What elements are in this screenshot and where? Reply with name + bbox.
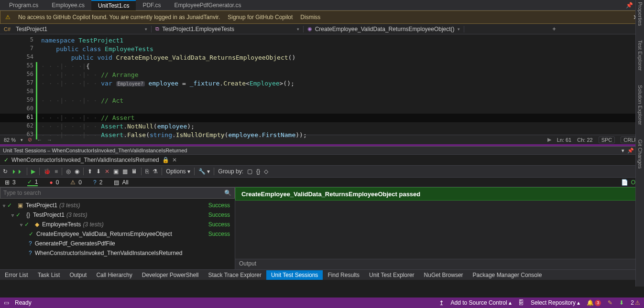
collapse-icon[interactable]: ▣ — [113, 168, 119, 175]
sessions-title: Unit Test Sessions – WhenConstructorIsIn… — [3, 148, 187, 153]
dock-panel[interactable]: Git Changes — [637, 139, 643, 169]
test-tree[interactable]: ▿✓▣TestProject1(3 tests)Success▿✓{}TestP… — [0, 199, 235, 269]
count-failed[interactable]: ●0 — [49, 179, 59, 186]
options-button[interactable]: Options ▾ — [166, 168, 190, 175]
file-tab[interactable]: UnitTest1.cs — [91, 0, 136, 11]
panel-tab[interactable]: Stack Trace Explorer — [204, 270, 266, 280]
sessions-header: Unit Test Sessions – WhenConstructorIsIn… — [0, 146, 644, 155]
file-tab[interactable]: Employee.cs — [45, 0, 91, 11]
test-tree-row[interactable]: ✓CreateEmployee_ValidData_ReturnsEmploye… — [0, 229, 235, 239]
sync-icon[interactable]: ⬇ — [619, 299, 624, 306]
groupby-ns-icon[interactable]: {} — [256, 168, 260, 175]
file-tab[interactable]: PDF.cs — [136, 0, 167, 11]
issues-icon[interactable]: 2 ⚠ — [631, 299, 640, 306]
panel-tab[interactable]: Find Results — [323, 270, 364, 280]
dismiss-link[interactable]: Dismiss — [300, 14, 320, 21]
count-passed[interactable]: ✓1 — [27, 179, 38, 186]
groupby-class-icon[interactable]: ◇ — [264, 168, 268, 175]
search-icon[interactable]: 🔍 — [224, 190, 231, 196]
file-tab[interactable]: EmployeePdfGenerator.cs — [167, 0, 248, 11]
import-icon[interactable]: ⬇ — [96, 168, 101, 175]
refresh-icon[interactable]: ↻ — [3, 168, 8, 175]
expand-icon[interactable]: ▦ — [122, 168, 128, 175]
check-icon: ✓ — [4, 157, 9, 163]
statusbar: ▭ Ready ↥ Add to Source Control ▴ 🗄 Sele… — [0, 297, 644, 308]
test-tree-row[interactable]: ?GeneratePdf_GeneratesPdfFile — [0, 239, 235, 248]
filter-icon[interactable]: ⚗ — [153, 168, 158, 175]
panel-tab[interactable]: Package Manager Console — [468, 270, 547, 280]
close-tab-icon[interactable]: ✕ — [172, 157, 177, 163]
count-all[interactable]: ▤All — [114, 179, 128, 186]
sessions-body: 🔍 ▿✓▣TestProject1(3 tests)Success▿✓{}Tes… — [0, 187, 644, 269]
source-control-button[interactable]: Add to Source Control ▴ — [451, 299, 512, 306]
panel-tab[interactable]: Error List — [0, 270, 33, 280]
file-tab[interactable]: Program.cs — [2, 0, 45, 11]
select-repo-button[interactable]: Select Repository ▴ — [531, 299, 580, 306]
delete-icon[interactable]: ✕ — [105, 168, 109, 175]
code-breadcrumb: C# TestProject1 ▾ ⧉ TestProject1.Employe… — [0, 24, 644, 34]
dropdown-icon: ▾ — [145, 27, 147, 32]
sessions-toolbar: ↻ ⏵⏵ ▶ 🐞 ■ ◎ ◉ ⬆ ⬇ ✕ ▣ ▦ 🖩 ⎘ ⚗ Options ▾… — [0, 165, 644, 178]
breadcrumb-add[interactable]: ＋ — [464, 25, 644, 33]
panel-tabs: Error ListTask ListOutputCall HierarchyD… — [0, 269, 644, 280]
panel-tab[interactable]: Call Hierarchy — [91, 270, 137, 280]
stop-icon[interactable]: ■ — [55, 168, 58, 175]
breadcrumb-project-label: TestProject1 — [16, 26, 47, 32]
line-gutter: 5754555657585960616263 — [0, 34, 38, 135]
panel-tab[interactable]: Unit Test Sessions — [266, 270, 323, 280]
dock-panel[interactable]: Properties — [637, 2, 643, 26]
dock-panel[interactable]: Test Explorer — [637, 40, 643, 71]
test-tree-row[interactable]: ▿✓{}TestProject1(3 tests)Success — [0, 210, 235, 220]
run-all-icon[interactable]: ⏵⏵ — [11, 168, 23, 175]
calc-icon[interactable]: 🖩 — [131, 168, 137, 175]
search-input[interactable] — [3, 190, 221, 196]
signup-link[interactable]: Signup for GitHub Copilot — [228, 14, 293, 21]
status-ready: Ready — [15, 299, 32, 306]
dock-panel[interactable]: Solution Explorer — [637, 85, 643, 125]
window-dropdown-icon[interactable]: ▾ — [622, 148, 624, 154]
track-icon[interactable]: ⎘ — [145, 168, 149, 175]
test-search[interactable]: 🔍 — [0, 187, 235, 199]
code-editor[interactable]: 5754555657585960616263 namespace TestPro… — [0, 34, 644, 135]
groupby-project-icon[interactable]: ▢ — [247, 168, 252, 175]
debug-icon[interactable]: 🐞 — [44, 168, 51, 175]
count-pending[interactable]: ?2 — [93, 179, 102, 186]
panel-tab[interactable]: Unit Test Explorer — [364, 270, 419, 280]
namespace-icon: ⧉ — [155, 26, 159, 32]
result-text: CreateEmployee_ValidData_ReturnsEmployee… — [241, 191, 420, 198]
session-tab-label: WhenConstructorIsInvoked_ThenValidInstan… — [11, 157, 159, 163]
panel-tab[interactable]: Output — [65, 270, 91, 280]
output-header[interactable]: Output — [235, 259, 644, 269]
run-icon[interactable]: ▶ — [31, 168, 35, 175]
panel-tab[interactable]: Developer PowerShell — [137, 270, 204, 280]
publish-icon[interactable]: ↥ — [439, 299, 444, 307]
groupby-label: Group by: — [218, 168, 243, 175]
test-tree-row[interactable]: ?WhenConstructorIsInvoked_ThenValidInsta… — [0, 248, 235, 258]
test-tree-row[interactable]: ▿✓▣TestProject1(3 tests)Success — [0, 201, 235, 210]
notifications-icon[interactable]: 🔔3 — [587, 299, 601, 306]
csharp-icon: C# — [4, 26, 11, 32]
session-tab[interactable]: ✓ WhenConstructorIsInvoked_ThenValidInst… — [0, 155, 644, 165]
export-icon[interactable]: ⬆ — [87, 168, 92, 175]
breadcrumb-method-label: CreateEmployee_ValidData_ReturnsEmployee… — [315, 26, 455, 32]
code-area[interactable]: namespace TestProject1 public class Empl… — [38, 34, 644, 135]
count-warn[interactable]: ⚠0 — [70, 179, 82, 186]
breadcrumb-ns-label: TestProject1.EmployeeTests — [162, 26, 234, 32]
test-tree-row[interactable]: ▿✓◆EmployeeTests(3 tests)Success — [0, 220, 235, 229]
result-body — [235, 201, 644, 259]
count-total[interactable]: ⊞3 — [5, 179, 16, 186]
panel-tab[interactable]: Task List — [33, 270, 65, 280]
pin-icon[interactable]: 📌 — [626, 2, 633, 9]
cover-icon[interactable]: ◎ — [66, 168, 71, 175]
lock-icon[interactable]: 🔒 — [162, 157, 169, 163]
wrench-icon[interactable]: 🔧 ▾ — [198, 168, 210, 175]
breadcrumb-method[interactable]: ◉ CreateEmployee_ValidData_ReturnsEmploy… — [304, 26, 464, 32]
breadcrumb-project[interactable]: C# TestProject1 ▾ — [0, 26, 152, 32]
panel-tab[interactable]: NuGet Browser — [419, 270, 468, 280]
profile-icon[interactable]: ◉ — [75, 168, 79, 175]
output-icon[interactable]: ▭ — [4, 299, 9, 306]
test-tree-panel: 🔍 ▿✓▣TestProject1(3 tests)Success▿✓{}Tes… — [0, 187, 235, 269]
breadcrumb-namespace[interactable]: ⧉ TestProject1.EmployeeTests ▾ — [152, 26, 303, 32]
pin-icon[interactable]: 📌 — [627, 148, 634, 154]
pen-icon[interactable]: ✎ — [608, 299, 612, 306]
